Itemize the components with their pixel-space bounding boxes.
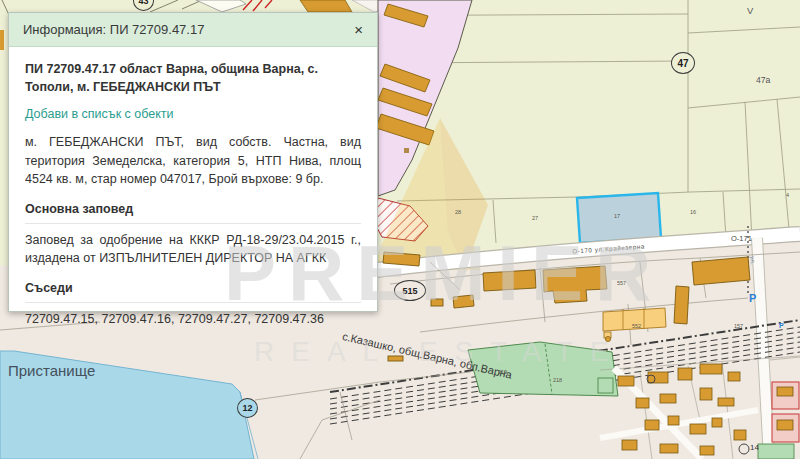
region-v-label: V — [747, 5, 753, 16]
info-panel-header: Информация: ПИ 72709.47.17 × — [9, 13, 377, 47]
property-details: м. ГЕБЕДЖАНСКИ ПЪТ, вид собств. Частна, … — [25, 133, 361, 187]
neighbors-list: 72709.47.15, 72709.47.16, 72709.47.27, 7… — [25, 310, 361, 328]
parcel-number-12: 12 — [237, 398, 258, 418]
info-panel-body: ПИ 72709.47.17 област Варна, община Варн… — [9, 47, 377, 328]
port-label: Пристанище — [8, 362, 95, 379]
parking-icon: P — [779, 322, 784, 330]
parcel-label: 16 — [690, 209, 696, 215]
parcel-label: 157 — [734, 323, 743, 329]
parcel-label: 218 — [553, 377, 562, 383]
close-icon[interactable]: × — [352, 22, 365, 37]
parcel-label: 219 — [498, 369, 507, 375]
info-panel: Информация: ПИ 72709.47.17 × ПИ 72709.47… — [8, 12, 378, 312]
road-o171-label: О-171 — [731, 234, 752, 242]
add-to-list-link[interactable]: Добави в списък с обекти — [25, 105, 361, 123]
info-panel-title: Информация: ПИ 72709.47.17 — [23, 22, 352, 37]
parcel-label-17: 17 — [614, 213, 620, 219]
parcel-number-14: 14 — [750, 443, 759, 452]
street-label: ул. — [749, 256, 756, 265]
parcel-label: 557 — [617, 280, 626, 286]
road-number-515: 515 — [394, 280, 426, 301]
parcel-label: 27 — [532, 215, 538, 221]
parking-icon: P — [749, 292, 756, 304]
cadastral-map-app: Пристанище с.Казашко, общ.Варна, обл.Вар… — [0, 0, 800, 459]
parcel-label-47a: 47а — [756, 75, 770, 85]
neighbors-section-heading: Съседи — [25, 279, 361, 303]
order-section-heading: Основна заповед — [25, 200, 361, 224]
parcel-number-47: 47 — [671, 52, 695, 74]
parcel-label: 552 — [632, 323, 641, 329]
order-text: Заповед за одобрение на КККР РД-18-29/23… — [25, 231, 361, 267]
parcel-label: 4 — [786, 192, 789, 198]
parcel-label: 28 — [455, 209, 461, 215]
property-title: ПИ 72709.47.17 област Варна, община Варн… — [25, 60, 361, 96]
